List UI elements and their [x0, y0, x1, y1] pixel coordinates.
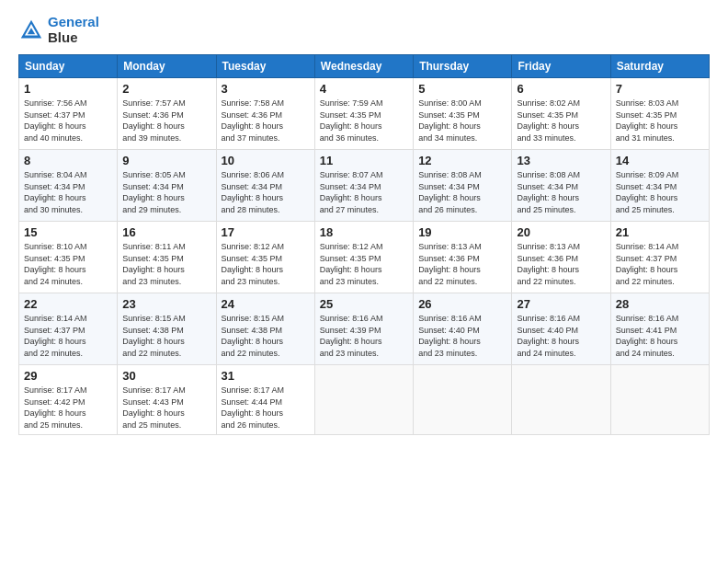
- weekday-header-thursday: Thursday: [414, 55, 512, 78]
- week-row-1: 1Sunrise: 7:56 AMSunset: 4:37 PMDaylight…: [19, 78, 710, 150]
- day-number: 16: [122, 225, 210, 239]
- weekday-header-sunday: Sunday: [19, 55, 118, 78]
- day-number: 22: [24, 297, 112, 311]
- day-number: 6: [517, 82, 605, 96]
- day-cell: 2Sunrise: 7:57 AMSunset: 4:36 PMDaylight…: [118, 78, 216, 150]
- day-info: Sunrise: 8:08 AMSunset: 4:34 PMDaylight:…: [517, 169, 605, 215]
- day-cell: 21Sunrise: 8:14 AMSunset: 4:37 PMDayligh…: [610, 222, 709, 293]
- day-number: 25: [320, 297, 408, 311]
- day-info: Sunrise: 8:05 AMSunset: 4:34 PMDaylight:…: [122, 169, 210, 215]
- day-cell: 26Sunrise: 8:16 AMSunset: 4:40 PMDayligh…: [414, 293, 512, 365]
- day-cell: 24Sunrise: 8:15 AMSunset: 4:38 PMDayligh…: [216, 293, 314, 365]
- day-info: Sunrise: 8:04 AMSunset: 4:34 PMDaylight:…: [24, 169, 112, 215]
- day-cell: 28Sunrise: 8:16 AMSunset: 4:41 PMDayligh…: [610, 293, 709, 365]
- day-info: Sunrise: 8:03 AMSunset: 4:35 PMDaylight:…: [616, 98, 704, 144]
- weekday-header-friday: Friday: [512, 55, 610, 78]
- day-info: Sunrise: 7:56 AMSunset: 4:37 PMDaylight:…: [24, 98, 112, 144]
- day-cell: 1Sunrise: 7:56 AMSunset: 4:37 PMDaylight…: [19, 78, 118, 150]
- day-info: Sunrise: 8:07 AMSunset: 4:34 PMDaylight:…: [320, 169, 408, 215]
- day-number: 18: [320, 225, 408, 239]
- day-cell: 23Sunrise: 8:15 AMSunset: 4:38 PMDayligh…: [118, 293, 216, 365]
- day-number: 10: [222, 154, 310, 167]
- day-cell: 30Sunrise: 8:17 AMSunset: 4:43 PMDayligh…: [118, 365, 216, 435]
- day-info: Sunrise: 7:57 AMSunset: 4:36 PMDaylight:…: [122, 98, 210, 144]
- day-info: Sunrise: 8:00 AMSunset: 4:35 PMDaylight:…: [418, 98, 506, 144]
- day-cell: 14Sunrise: 8:09 AMSunset: 4:34 PMDayligh…: [610, 150, 709, 222]
- day-cell: 13Sunrise: 8:08 AMSunset: 4:34 PMDayligh…: [512, 150, 610, 222]
- day-cell: 25Sunrise: 8:16 AMSunset: 4:39 PMDayligh…: [314, 293, 413, 365]
- day-cell: 16Sunrise: 8:11 AMSunset: 4:35 PMDayligh…: [118, 222, 216, 293]
- day-info: Sunrise: 8:17 AMSunset: 4:43 PMDaylight:…: [122, 385, 210, 431]
- day-cell: 5Sunrise: 8:00 AMSunset: 4:35 PMDaylight…: [414, 78, 512, 150]
- day-cell: 3Sunrise: 7:58 AMSunset: 4:36 PMDaylight…: [216, 78, 314, 150]
- day-number: 12: [418, 154, 506, 167]
- day-number: 4: [320, 82, 408, 96]
- logo: General Blue: [18, 15, 99, 45]
- day-cell: 17Sunrise: 8:12 AMSunset: 4:35 PMDayligh…: [216, 222, 314, 293]
- day-cell: 22Sunrise: 8:14 AMSunset: 4:37 PMDayligh…: [19, 293, 118, 365]
- day-info: Sunrise: 8:08 AMSunset: 4:34 PMDaylight:…: [418, 169, 506, 215]
- day-info: Sunrise: 8:17 AMSunset: 4:42 PMDaylight:…: [24, 385, 112, 431]
- day-info: Sunrise: 8:12 AMSunset: 4:35 PMDaylight:…: [222, 241, 310, 287]
- day-number: 3: [222, 82, 310, 96]
- day-number: 27: [517, 297, 605, 311]
- day-cell: 20Sunrise: 8:13 AMSunset: 4:36 PMDayligh…: [512, 222, 610, 293]
- week-row-3: 15Sunrise: 8:10 AMSunset: 4:35 PMDayligh…: [19, 222, 710, 293]
- day-cell: 15Sunrise: 8:10 AMSunset: 4:35 PMDayligh…: [19, 222, 118, 293]
- day-info: Sunrise: 7:59 AMSunset: 4:35 PMDaylight:…: [320, 98, 408, 144]
- header: General Blue: [18, 15, 710, 45]
- week-row-2: 8Sunrise: 8:04 AMSunset: 4:34 PMDaylight…: [19, 150, 710, 222]
- day-number: 5: [418, 82, 506, 96]
- day-number: 7: [616, 82, 704, 96]
- day-info: Sunrise: 7:58 AMSunset: 4:36 PMDaylight:…: [222, 98, 310, 144]
- day-cell: 9Sunrise: 8:05 AMSunset: 4:34 PMDaylight…: [118, 150, 216, 222]
- weekday-header-wednesday: Wednesday: [314, 55, 413, 78]
- day-info: Sunrise: 8:14 AMSunset: 4:37 PMDaylight:…: [24, 313, 112, 359]
- day-number: 9: [122, 154, 210, 167]
- day-cell: 4Sunrise: 7:59 AMSunset: 4:35 PMDaylight…: [314, 78, 413, 150]
- day-info: Sunrise: 8:12 AMSunset: 4:35 PMDaylight:…: [320, 241, 408, 287]
- day-number: 24: [222, 297, 310, 311]
- day-number: 15: [24, 225, 112, 239]
- day-cell: 18Sunrise: 8:12 AMSunset: 4:35 PMDayligh…: [314, 222, 413, 293]
- day-info: Sunrise: 8:10 AMSunset: 4:35 PMDaylight:…: [24, 241, 112, 287]
- day-info: Sunrise: 8:16 AMSunset: 4:40 PMDaylight:…: [517, 313, 605, 359]
- weekday-header-monday: Monday: [118, 55, 216, 78]
- day-cell: 19Sunrise: 8:13 AMSunset: 4:36 PMDayligh…: [414, 222, 512, 293]
- week-row-5: 29Sunrise: 8:17 AMSunset: 4:42 PMDayligh…: [19, 365, 710, 435]
- day-cell: [512, 365, 610, 435]
- day-cell: 12Sunrise: 8:08 AMSunset: 4:34 PMDayligh…: [414, 150, 512, 222]
- day-number: 20: [517, 225, 605, 239]
- day-info: Sunrise: 8:13 AMSunset: 4:36 PMDaylight:…: [418, 241, 506, 287]
- day-cell: [414, 365, 512, 435]
- day-info: Sunrise: 8:15 AMSunset: 4:38 PMDaylight:…: [222, 313, 310, 359]
- day-info: Sunrise: 8:17 AMSunset: 4:44 PMDaylight:…: [222, 385, 310, 431]
- day-number: 19: [418, 225, 506, 239]
- day-info: Sunrise: 8:02 AMSunset: 4:35 PMDaylight:…: [517, 98, 605, 144]
- day-number: 11: [320, 154, 408, 167]
- weekday-header-tuesday: Tuesday: [216, 55, 314, 78]
- day-number: 26: [418, 297, 506, 311]
- day-info: Sunrise: 8:11 AMSunset: 4:35 PMDaylight:…: [122, 241, 210, 287]
- day-number: 8: [24, 154, 112, 167]
- day-number: 29: [24, 369, 112, 383]
- day-info: Sunrise: 8:16 AMSunset: 4:40 PMDaylight:…: [418, 313, 506, 359]
- day-cell: [610, 365, 709, 435]
- day-cell: 27Sunrise: 8:16 AMSunset: 4:40 PMDayligh…: [512, 293, 610, 365]
- logo-icon: [18, 17, 44, 43]
- day-number: 23: [122, 297, 210, 311]
- week-row-4: 22Sunrise: 8:14 AMSunset: 4:37 PMDayligh…: [19, 293, 710, 365]
- day-number: 13: [517, 154, 605, 167]
- day-info: Sunrise: 8:16 AMSunset: 4:41 PMDaylight:…: [616, 313, 704, 359]
- day-cell: 8Sunrise: 8:04 AMSunset: 4:34 PMDaylight…: [19, 150, 118, 222]
- day-info: Sunrise: 8:09 AMSunset: 4:34 PMDaylight:…: [616, 169, 704, 215]
- day-number: 1: [24, 82, 112, 96]
- weekday-header-saturday: Saturday: [610, 55, 709, 78]
- day-number: 30: [122, 369, 210, 383]
- logo-text: General Blue: [48, 15, 99, 45]
- day-number: 28: [616, 297, 704, 311]
- calendar-table: SundayMondayTuesdayWednesdayThursdayFrid…: [18, 54, 710, 435]
- day-number: 14: [616, 154, 704, 167]
- day-number: 31: [222, 369, 310, 383]
- day-number: 21: [616, 225, 704, 239]
